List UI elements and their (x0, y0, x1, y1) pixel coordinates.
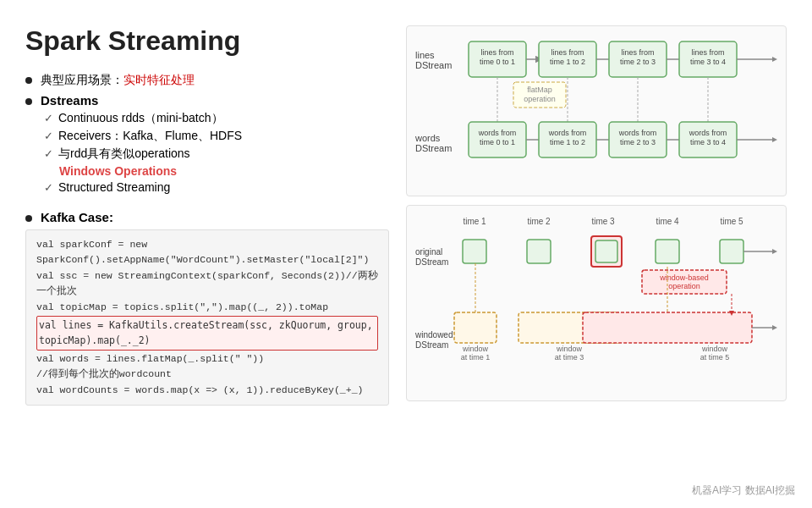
bullet-2: Dstreams ✓ Continuous rdds（mini-batch） ✓… (25, 93, 389, 196)
top-box-1-t1: lines from (480, 48, 513, 57)
wind-box-1-t1: window (462, 345, 489, 353)
top-arrow-end-head (772, 57, 777, 62)
top-box-2-t2: time 1 to 2 (550, 58, 585, 66)
watermark: 机器AI学习 数据AI挖掘 (692, 483, 795, 498)
check-1: ✓ (44, 112, 53, 124)
sub-item-2: ✓ Receivers：Kafka、Flume、HDFS (44, 129, 389, 144)
code-line-7: val wordCounts = words.map(x => (x, 1)).… (36, 384, 363, 395)
wind-box-3 (583, 312, 752, 343)
top-box-2-t1: lines from (551, 48, 584, 57)
kafka-label: Kafka Case: (41, 210, 113, 224)
kafka-section: Kafka Case: val sparkConf = new SparkCon… (25, 210, 389, 406)
time-2: time 2 (527, 217, 551, 226)
sub-text-3: 与rdd具有类似operations (58, 146, 190, 162)
right-panel: lines DStream lines from time 0 to 1 lin… (406, 25, 787, 491)
lines-dstream-label: lines (415, 50, 435, 60)
sub-item-windows: Windows Operations (59, 164, 389, 178)
bot-box-4-t2: time 3 to 4 (690, 138, 726, 146)
windowed-diagram: time 1 time 2 time 3 time 4 time 5 origi… (406, 205, 787, 401)
orig-box-3 (595, 240, 617, 262)
dstream-diagram: lines DStream lines from time 0 to 1 lin… (406, 25, 787, 196)
bullet-2-content: Dstreams ✓ Continuous rdds（mini-batch） ✓… (41, 93, 389, 196)
sub-text-4: Structured Streaming (58, 180, 170, 194)
bot-box-1-t1: words from (478, 129, 517, 137)
top-box-3-t2: time 2 to 3 (620, 58, 656, 66)
sub-text-2: Receivers：Kafka、Flume、HDFS (58, 129, 242, 144)
slide: Spark Streaming 典型应用场景：实时特征处理 Dstreams ✓… (0, 0, 812, 508)
code-line-2: val ssc = new StreamingContext(sparkConf… (36, 270, 378, 296)
windows-ops-label: Windows Operations (59, 164, 177, 178)
windowed-label-1: windowed (414, 330, 453, 340)
check-4: ✓ (44, 181, 53, 194)
kafka-bullet: Kafka Case: (25, 210, 389, 224)
window-op-t1: window-based (659, 273, 709, 282)
windowed-svg: time 1 time 2 time 3 time 4 time 5 origi… (414, 213, 777, 390)
orig-box-1 (463, 240, 486, 263)
orig-arrow-head (772, 249, 777, 254)
code-line-3: val topicMap = topics.split(",").map((_,… (36, 301, 328, 312)
bot-box-3-t1: words from (618, 129, 657, 137)
code-line-5: val words = lines.flatMap(_.split(" ")) (36, 353, 264, 364)
bullet-dot-1 (25, 77, 32, 84)
bot-box-1-t2: time 0 to 1 (480, 138, 515, 146)
code-line-1: val sparkConf = new SparkConf().setAppNa… (36, 239, 369, 265)
wind-box-1 (454, 312, 497, 343)
wind-box-2-t2: at time 3 (555, 353, 584, 362)
wind-arrow-head (772, 325, 777, 330)
wind-box-2-t1: window (556, 345, 583, 353)
bullet-1: 典型应用场景：实时特征处理 (25, 72, 389, 88)
lines-dstream-label2: DStream (415, 60, 452, 70)
left-panel: Spark Streaming 典型应用场景：实时特征处理 Dstreams ✓… (25, 25, 389, 491)
orig-box-4 (656, 240, 679, 263)
words-dstream-label2: DStream (415, 143, 452, 153)
bot-box-2-t2: time 1 to 2 (550, 138, 585, 146)
time-5: time 5 (720, 217, 743, 226)
flatmap-t2: operation (524, 95, 556, 103)
top-box-1-t2: time 0 to 1 (480, 58, 515, 66)
kafka-content: Kafka Case: (41, 210, 389, 224)
time-4: time 4 (656, 217, 679, 226)
time-1: time 1 (463, 217, 486, 226)
code-line-highlight: val lines = KafkaUtils.createStream(ssc,… (36, 316, 378, 351)
wind-box-3-t2: at time 5 (700, 353, 730, 362)
sub-list: ✓ Continuous rdds（mini-batch） ✓ Receiver… (44, 111, 389, 194)
bullet-dot-2 (25, 98, 32, 105)
original-label-1: original (415, 247, 442, 257)
bullet-list: 典型应用场景：实时特征处理 Dstreams ✓ Continuous rdds… (25, 72, 389, 202)
dstream-svg: lines DStream lines from time 0 to 1 lin… (414, 33, 777, 185)
kafka-bullet-item: Kafka Case: (25, 210, 389, 224)
window-op-t2: operation (668, 282, 700, 290)
windowed-label-2: DStream (415, 340, 448, 350)
sub-item-1: ✓ Continuous rdds（mini-batch） (44, 111, 389, 126)
code-block: val sparkConf = new SparkConf().setAppNa… (25, 229, 389, 406)
bot-box-4-t1: words from (689, 129, 727, 137)
bullet-1-text: 典型应用场景：实时特征处理 (41, 73, 195, 86)
bot-box-3-t2: time 2 to 3 (620, 138, 656, 146)
top-box-3-t1: lines from (621, 48, 654, 57)
wind-box-1-t2: at time 1 (461, 353, 491, 362)
bullet-1-content: 典型应用场景：实时特征处理 (41, 72, 389, 88)
dstreams-label: Dstreams (41, 93, 98, 108)
sub-text-1: Continuous rdds（mini-batch） (58, 111, 223, 126)
wind-box-3-t1: window (701, 345, 728, 353)
sub-item-4: ✓ Structured Streaming (44, 180, 389, 194)
flatmap-t1: flatMap (527, 86, 552, 94)
top-box-4-t1: lines from (691, 48, 724, 57)
words-dstream-label: words (414, 133, 441, 143)
check-2: ✓ (44, 130, 53, 142)
orig-box-5 (720, 240, 743, 263)
page-title: Spark Streaming (25, 25, 389, 57)
code-line-6: //得到每个批次的wordcount (36, 368, 172, 379)
bot-box-2-t1: words from (548, 129, 587, 137)
check-3: ✓ (44, 147, 53, 160)
orig-box-2 (527, 240, 551, 263)
bot-arrow-end-head (772, 137, 777, 142)
sub-item-3: ✓ 与rdd具有类似operations (44, 146, 389, 162)
original-label-2: DStream (415, 257, 448, 267)
bullet-dot-kafka (25, 215, 32, 222)
time-3: time 3 (591, 217, 615, 226)
top-box-4-t2: time 3 to 4 (690, 58, 726, 66)
